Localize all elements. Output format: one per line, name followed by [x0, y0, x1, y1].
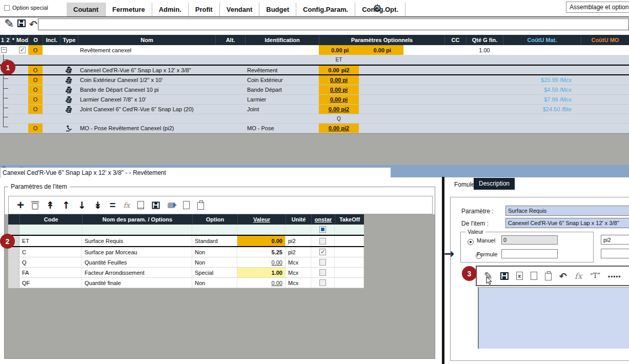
param-cell[interactable]: 0.00 pi — [319, 95, 359, 104]
constant-checkbox[interactable] — [319, 269, 326, 276]
assemblage-option-box[interactable]: Assemblage et option — [566, 2, 629, 13]
param-cell[interactable]: 0.00 pi — [319, 85, 359, 94]
constant-checkbox[interactable] — [319, 249, 326, 255]
tab-fermeture[interactable]: Fermeture — [106, 3, 152, 16]
constant-filter-checkbox[interactable] — [319, 226, 326, 233]
constant-checkbox[interactable] — [319, 238, 326, 245]
param-row-selected[interactable]: ET Surface Requis Standard 0.00 pi2 — [8, 235, 364, 247]
row-selector[interactable] — [8, 247, 19, 257]
params-filter-row[interactable] — [8, 225, 364, 235]
text-quote-icon[interactable]: “T” — [590, 272, 600, 279]
tab-description[interactable]: Description — [474, 178, 515, 190]
coutu-mat-cell: $20.99 /Mcx — [503, 77, 581, 83]
option-special-label: Option special — [12, 5, 48, 11]
formule-unit-field[interactable] — [601, 249, 629, 258]
row-ident: Larmier — [245, 96, 319, 103]
undo-icon[interactable]: ↶ — [29, 18, 37, 30]
param-row[interactable]: Q Quantité Feuilles Non 0.00 Mcx — [8, 257, 364, 268]
gear-icon[interactable]: ⚙ — [373, 2, 382, 14]
paste-icon[interactable] — [545, 273, 552, 280]
row-ident: Bande Départ — [245, 87, 319, 93]
constant-checkbox[interactable] — [319, 259, 326, 266]
manuel-value-field[interactable]: 0 — [501, 235, 558, 245]
manuel-unit-field[interactable]: pi2 — [601, 235, 629, 245]
brick-icon — [60, 67, 78, 73]
row-selector[interactable] — [8, 268, 19, 277]
formule-value-field[interactable] — [501, 249, 558, 258]
table-row[interactable]: O MO - Pose Revêtement Canexel (pi2) MO … — [0, 124, 629, 133]
tab-config-param[interactable]: Config.Param. — [296, 3, 355, 16]
param-row[interactable]: QF Quantité finale Non 0.00 Mcx — [8, 278, 364, 288]
param-cell[interactable]: 0.00 pi0.00 pi — [319, 45, 403, 55]
save-icon[interactable] — [500, 272, 509, 280]
table-row[interactable]: O Larmier Canexel 7/8" x 10' Larmier 0.0… — [0, 95, 629, 105]
move-up-button[interactable]: ↑ — [62, 199, 70, 211]
row-nom: Larmier Canexel 7/8" x 10' — [78, 96, 215, 103]
paste-icon[interactable] — [197, 202, 204, 210]
tab-admin[interactable]: Admin. — [152, 3, 189, 16]
annotation-badge-2: 2 — [0, 234, 15, 249]
params-table: Code Nom des param. / Options Option Val… — [8, 214, 364, 288]
table-row-parent[interactable]: O Revêtement canexel 0.00 pi0.00 pi 1.00 — [0, 45, 629, 55]
tree-expand-box[interactable]: − — [1, 47, 7, 53]
add-param-button[interactable]: + — [17, 200, 24, 210]
excel-export-icon[interactable] — [516, 272, 523, 280]
undo-icon[interactable]: ↶ — [559, 271, 567, 281]
move-down-button[interactable]: ↓ — [78, 199, 86, 211]
sync-icon[interactable] — [168, 203, 175, 208]
coutu-mat-cell: $7.99 /Mcx — [503, 96, 581, 103]
copy-icon[interactable] — [531, 272, 537, 280]
save-icon[interactable] — [17, 19, 26, 29]
parametres-groupbox-legend: Paramètres de l'item — [8, 183, 70, 190]
description-textarea[interactable] — [478, 287, 629, 349]
row-selector[interactable] — [8, 278, 19, 288]
fx-icon[interactable]: fx — [575, 271, 582, 281]
row-ident: Revêtement — [245, 67, 319, 73]
de-litem-field[interactable]: Canexel Ced'R-Vue 6" Snap Lap x 12' x 3/… — [505, 218, 629, 228]
constant-checkbox[interactable] — [319, 279, 326, 286]
dashes-icon[interactable]: ▪▪▪▪▪ — [608, 274, 621, 278]
delete-param-button[interactable] — [32, 203, 38, 210]
move-top-button[interactable]: ↟ — [46, 199, 54, 211]
param-cell[interactable]: 0.00 pi — [319, 75, 359, 85]
param-cell[interactable]: 0.00 pi2 — [319, 124, 359, 133]
valeur-cell[interactable]: 1.00 — [237, 268, 286, 277]
tab-coutant[interactable]: Coutant — [67, 3, 106, 16]
param-row[interactable]: C Surface par Morceau Non 5.25 pi2 — [8, 247, 364, 257]
takeoff-doc-icon[interactable] — [137, 201, 144, 209]
tab-budget[interactable]: Budget — [259, 3, 296, 16]
modif-checkbox[interactable] — [19, 47, 26, 53]
o-cell: O — [28, 85, 43, 94]
valeur-cell[interactable]: 0.00 — [272, 259, 282, 266]
parametre-field[interactable]: Surface Requis — [505, 206, 629, 216]
tab-profit[interactable]: Profit — [189, 3, 220, 16]
edit-pencil-icon[interactable]: ✎ — [4, 17, 14, 30]
option-special-checkbox[interactable] — [4, 5, 10, 11]
valeur-cell[interactable]: 5.25 — [237, 247, 286, 257]
row-nom: Coin Extérieur Canexel 1/2" x 10' — [78, 77, 215, 83]
command-input[interactable] — [38, 18, 629, 30]
manuel-radio[interactable] — [468, 239, 474, 245]
option-special-checkbox-row: Option special — [4, 5, 48, 11]
annotation-badge-1: 1 — [1, 60, 15, 75]
valeur-cell[interactable]: 0.00 — [237, 236, 286, 246]
table-row[interactable]: O Bande de Départ Canexel 10 pi Bande Dé… — [0, 85, 629, 95]
panel-divider[interactable] — [442, 177, 444, 364]
copy-icon[interactable] — [183, 201, 190, 209]
param-row[interactable]: FA Facteur Arrondissement Special 1.00 M… — [8, 268, 364, 278]
table-row[interactable]: O Coin Extérieur Canexel 1/2" x 10' Coin… — [0, 75, 629, 85]
table-row[interactable]: O Joint Canexel 6" Ced'R-Vue 6" Snap Lap… — [0, 105, 629, 114]
save-params-icon[interactable] — [152, 201, 160, 209]
manuel-label: Manuel — [477, 237, 495, 244]
move-bottom-button[interactable]: ↡ — [94, 199, 102, 211]
o-cell: O — [28, 105, 43, 114]
o-cell: O — [28, 95, 43, 104]
table-row-selected[interactable]: O Canexel Ced'R-Vue 6" Snap Lap x 12' x … — [0, 65, 629, 75]
row-selector[interactable] — [8, 257, 19, 267]
valeur-cell[interactable]: 0.00 — [272, 280, 282, 286]
equals-button[interactable]: = — [110, 199, 116, 211]
formula-icon[interactable]: fx — [123, 201, 130, 209]
tab-vendant[interactable]: Vendant — [220, 3, 260, 16]
param-cell[interactable]: 0.00 pi2 — [319, 105, 359, 114]
param-cell[interactable]: 0.00pi2 — [319, 66, 359, 74]
